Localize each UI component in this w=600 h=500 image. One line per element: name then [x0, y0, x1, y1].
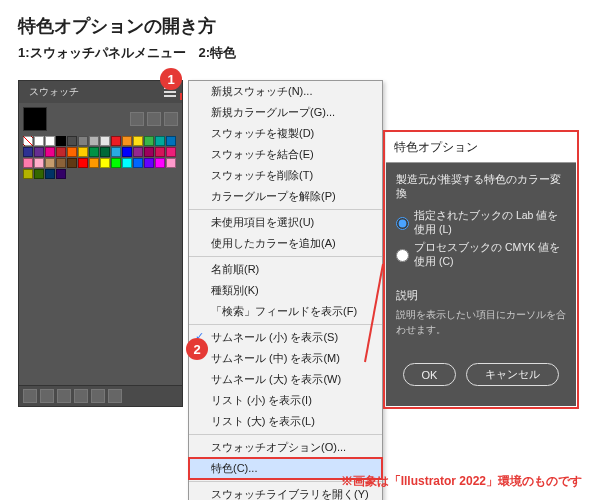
radio-cmyk-input[interactable]	[396, 249, 409, 262]
swatch[interactable]	[144, 136, 154, 146]
swatch[interactable]	[34, 158, 44, 168]
footer-icon-group[interactable]	[74, 389, 88, 403]
swatch[interactable]	[34, 147, 44, 157]
page-title: 特色オプションの開き方	[0, 0, 600, 44]
menu-item[interactable]: サムネール (大) を表示(W)	[189, 369, 382, 390]
swatch[interactable]	[56, 136, 66, 146]
footer-icon-new[interactable]	[91, 389, 105, 403]
dialog-section-label: 製造元が推奨する特色のカラー変換	[396, 173, 566, 201]
panel-footer	[19, 385, 182, 406]
swatch[interactable]	[67, 136, 77, 146]
panel-tab[interactable]: スウォッチ	[23, 83, 85, 101]
menu-item[interactable]: スウォッチオプション(O)...	[189, 437, 382, 458]
menu-item[interactable]: 新規スウォッチ(N)...	[189, 81, 382, 102]
radio-lab-input[interactable]	[396, 217, 409, 230]
view-icon-2[interactable]	[147, 112, 161, 126]
hamburger-icon	[164, 91, 176, 93]
swatch[interactable]	[100, 136, 110, 146]
swatch[interactable]	[155, 147, 165, 157]
swatch-grid	[19, 133, 182, 185]
menu-item[interactable]: スウォッチを削除(T)	[189, 165, 382, 186]
panel-flyout-menu: 新規スウォッチ(N)...新規カラーグループ(G)...スウォッチを複製(D)ス…	[188, 80, 383, 500]
menu-item[interactable]: 種類別(K)	[189, 280, 382, 301]
swatch[interactable]	[111, 158, 121, 168]
swatch[interactable]	[89, 147, 99, 157]
swatch[interactable]	[89, 158, 99, 168]
swatch[interactable]	[56, 147, 66, 157]
menu-item[interactable]: 新規カラーグループ(G)...	[189, 102, 382, 123]
swatch[interactable]	[67, 147, 77, 157]
footer-caption: ※画象は「Illustrator 2022」環境のものです	[341, 473, 582, 490]
swatch[interactable]	[100, 158, 110, 168]
panel-top-row	[19, 103, 182, 133]
view-icon-1[interactable]	[130, 112, 144, 126]
swatch[interactable]	[78, 136, 88, 146]
swatch[interactable]	[45, 147, 55, 157]
swatch[interactable]	[67, 158, 77, 168]
swatch[interactable]	[166, 136, 176, 146]
menu-item[interactable]: 名前順(R)	[189, 259, 382, 280]
swatch[interactable]	[23, 147, 33, 157]
view-icon-3[interactable]	[164, 112, 178, 126]
swatch[interactable]	[100, 147, 110, 157]
menu-item[interactable]: 使用したカラーを追加(A)	[189, 233, 382, 254]
swatch[interactable]	[23, 158, 33, 168]
swatch[interactable]	[78, 158, 88, 168]
cancel-button[interactable]: キャンセル	[466, 363, 559, 386]
menu-item[interactable]: カラーグループを解除(P)	[189, 186, 382, 207]
swatch[interactable]	[133, 158, 143, 168]
swatch[interactable]	[23, 136, 33, 146]
menu-item[interactable]: リスト (大) を表示(L)	[189, 411, 382, 432]
footer-icon-options[interactable]	[57, 389, 71, 403]
swatch[interactable]	[78, 147, 88, 157]
menu-item[interactable]: 「検索」フィールドを表示(F)	[189, 301, 382, 322]
dialog-highlight-frame: 特色オプション 製造元が推奨する特色のカラー変換 指定されたブックの Lab 値…	[383, 130, 579, 409]
swatch[interactable]	[166, 147, 176, 157]
swatch[interactable]	[166, 158, 176, 168]
swatch[interactable]	[155, 136, 165, 146]
swatch[interactable]	[122, 158, 132, 168]
menu-item[interactable]: スウォッチを結合(E)	[189, 144, 382, 165]
panel-spacer	[19, 185, 182, 385]
menu-item[interactable]: スウォッチを複製(D)	[189, 123, 382, 144]
swatch[interactable]	[133, 147, 143, 157]
menu-item[interactable]: サムネール (小) を表示(S)	[189, 327, 382, 348]
swatch[interactable]	[23, 169, 33, 179]
radio-cmyk[interactable]: プロセスブックの CMYK 値を使用 (C)	[396, 239, 566, 271]
radio-lab-label: 指定されたブックの Lab 値を使用 (L)	[414, 209, 566, 237]
swatch[interactable]	[34, 136, 44, 146]
dialog-desc-head: 説明	[396, 289, 566, 303]
swatch[interactable]	[45, 136, 55, 146]
swatch[interactable]	[56, 169, 66, 179]
swatch[interactable]	[34, 169, 44, 179]
radio-cmyk-label: プロセスブックの CMYK 値を使用 (C)	[414, 241, 566, 269]
ok-button[interactable]: OK	[403, 363, 457, 386]
swatch[interactable]	[56, 158, 66, 168]
spotcolor-dialog: 特色オプション 製造元が推奨する特色のカラー変換 指定されたブックの Lab 値…	[386, 133, 576, 406]
footer-icon-delete[interactable]	[108, 389, 122, 403]
swatch[interactable]	[155, 158, 165, 168]
footer-icon-library[interactable]	[23, 389, 37, 403]
swatch[interactable]	[122, 147, 132, 157]
menu-item[interactable]: リスト (小) を表示(I)	[189, 390, 382, 411]
badge-2: 2	[186, 338, 208, 360]
dialog-title: 特色オプション	[386, 133, 576, 163]
page-subtitle: 1:スウォッチパネルメニュー 2:特色	[0, 44, 600, 72]
swatches-panel: スウォッチ	[18, 80, 183, 407]
swatch[interactable]	[133, 136, 143, 146]
badge-1: 1	[160, 68, 182, 90]
menu-item[interactable]: サムネール (中) を表示(M)	[189, 348, 382, 369]
swatch[interactable]	[122, 136, 132, 146]
swatch[interactable]	[111, 136, 121, 146]
footer-icon-menu[interactable]	[40, 389, 54, 403]
menu-item[interactable]: 未使用項目を選択(U)	[189, 212, 382, 233]
swatch[interactable]	[45, 169, 55, 179]
swatch[interactable]	[144, 158, 154, 168]
radio-lab[interactable]: 指定されたブックの Lab 値を使用 (L)	[396, 207, 566, 239]
fill-swatch[interactable]	[23, 107, 47, 131]
dialog-desc-body: 説明を表示したい項目にカーソルを合わせます。	[396, 307, 566, 337]
swatch[interactable]	[144, 147, 154, 157]
swatch[interactable]	[45, 158, 55, 168]
swatch[interactable]	[89, 136, 99, 146]
swatch[interactable]	[111, 147, 121, 157]
